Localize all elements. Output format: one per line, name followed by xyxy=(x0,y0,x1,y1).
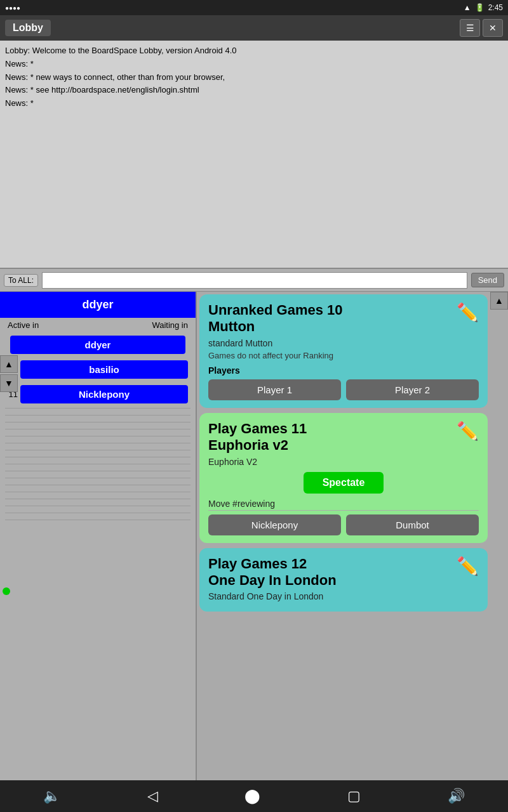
player-row-11: 11 Nicklepony xyxy=(0,382,196,407)
player-btn-basilio[interactable]: basilio xyxy=(20,360,188,379)
games-scroll-up[interactable]: ▲ xyxy=(490,292,508,310)
waiting-label: Waiting in xyxy=(152,320,188,330)
game-card-11: ✏️ Play Games 11Euphoria v2 Euphoria V2 … xyxy=(199,413,488,543)
game-title-10: Unranked Games 10Mutton xyxy=(208,302,479,336)
divider-9 xyxy=(5,464,190,464)
divider-8 xyxy=(5,457,190,457)
recents-icon[interactable]: ▢ xyxy=(347,788,361,804)
title-bar: Lobby ☰ ✕ xyxy=(0,15,508,41)
divider-7 xyxy=(5,450,190,450)
divider-14 xyxy=(5,499,190,499)
divider-3 xyxy=(5,422,190,422)
circle-icon: ●●●● xyxy=(5,4,20,11)
player2-btn-11[interactable]: Dumbot xyxy=(346,514,479,535)
chat-bar: To ALL: Send xyxy=(0,269,508,292)
time-display: 2:45 xyxy=(488,3,503,12)
game-type-11: Euphoria V2 xyxy=(208,457,479,467)
status-row: Active in Waiting in xyxy=(0,318,196,332)
player1-btn-10[interactable]: Player 1 xyxy=(208,379,341,400)
status-icons-left: ●●●● xyxy=(5,4,20,11)
green-dot-indicator xyxy=(3,586,13,598)
game-card-12: ✏️ Play Games 12One Day In London Standa… xyxy=(199,548,488,612)
main-content: ddyer Active in Waiting in ddyer 2 basil… xyxy=(0,292,508,812)
pencil-icon-11: ✏️ xyxy=(457,421,479,442)
player2-btn-10[interactable]: Player 2 xyxy=(346,379,479,400)
game-title-11: Play Games 11Euphoria v2 xyxy=(208,421,479,454)
divider-12 xyxy=(5,485,190,485)
divider-5 xyxy=(5,436,190,436)
username-header: ddyer xyxy=(0,292,196,318)
bottom-navigation: 🔈 ◁ ⬤ ▢ 🔊 xyxy=(0,780,508,812)
player-row-2: 2 basilio xyxy=(0,357,196,382)
status-icons-right: ▲ 🔋 2:45 xyxy=(464,3,503,12)
move-label-11: Move #reviewing xyxy=(208,499,479,511)
close-button[interactable]: ✕ xyxy=(483,19,503,37)
divider-1 xyxy=(5,408,190,409)
player-buttons-11: Nicklepony Dumbot xyxy=(208,514,479,535)
divider-11 xyxy=(5,478,190,478)
chat-input[interactable] xyxy=(42,272,467,289)
active-label: Active in xyxy=(8,320,39,330)
battery-icon: 🔋 xyxy=(475,3,485,12)
title-buttons: ☰ ✕ xyxy=(460,19,503,37)
pencil-icon-12: ✏️ xyxy=(457,556,479,577)
divider-15 xyxy=(5,506,190,506)
chat-to-label: To ALL: xyxy=(4,274,38,287)
players-label-10: Players xyxy=(208,365,479,376)
divider-6 xyxy=(5,443,190,443)
pencil-icon-10: ✏️ xyxy=(457,302,479,323)
left-scroll-arrows: ▲ ▼ xyxy=(0,355,18,392)
volume-up-icon[interactable]: 🔊 xyxy=(448,788,465,804)
back-icon[interactable]: ◁ xyxy=(147,788,158,804)
player1-btn-11[interactable]: Nicklepony xyxy=(208,514,341,535)
player-row-1: ddyer xyxy=(0,332,196,357)
game-type-10: standard Mutton xyxy=(208,338,479,348)
player-btn-nicklepony[interactable]: Nicklepony xyxy=(20,385,188,403)
divider-4 xyxy=(5,429,190,429)
message-area: Lobby: Welcome to the BoardSpace Lobby, … xyxy=(0,41,508,269)
player-btn-ddyer[interactable]: ddyer xyxy=(10,336,185,354)
game-note-10: Games do not affect your Ranking xyxy=(208,351,479,360)
volume-down-icon[interactable]: 🔈 xyxy=(43,788,60,804)
game-type-12: Standard One Day in London xyxy=(208,591,479,601)
player-panel: ddyer Active in Waiting in ddyer 2 basil… xyxy=(0,292,197,812)
games-panel: ▲ ▼ ✏️ Unranked Games 10Mutton standard … xyxy=(197,292,508,812)
divider-16 xyxy=(5,513,190,513)
scroll-down-arrow[interactable]: ▼ xyxy=(0,374,18,392)
scroll-up-arrow[interactable]: ▲ xyxy=(0,355,18,373)
divider-2 xyxy=(5,415,190,416)
game-card-10: ✏️ Unranked Games 10Mutton standard Mutt… xyxy=(199,294,488,408)
app-title: Lobby xyxy=(5,20,51,36)
home-icon[interactable]: ⬤ xyxy=(244,788,260,804)
game-title-12: Play Games 12One Day In London xyxy=(208,556,479,589)
spectate-button-11[interactable]: Spectate xyxy=(304,472,384,494)
games-list: ✏️ Unranked Games 10Mutton standard Mutt… xyxy=(197,292,508,812)
divider-17 xyxy=(5,520,190,520)
player-buttons-10: Player 1 Player 2 xyxy=(208,379,479,400)
divider-13 xyxy=(5,492,190,492)
divider-10 xyxy=(5,471,190,471)
wifi-icon: ▲ xyxy=(464,3,471,12)
send-button[interactable]: Send xyxy=(471,273,504,287)
status-bar: ●●●● ▲ 🔋 2:45 xyxy=(0,0,508,15)
menu-button[interactable]: ☰ xyxy=(460,19,480,37)
